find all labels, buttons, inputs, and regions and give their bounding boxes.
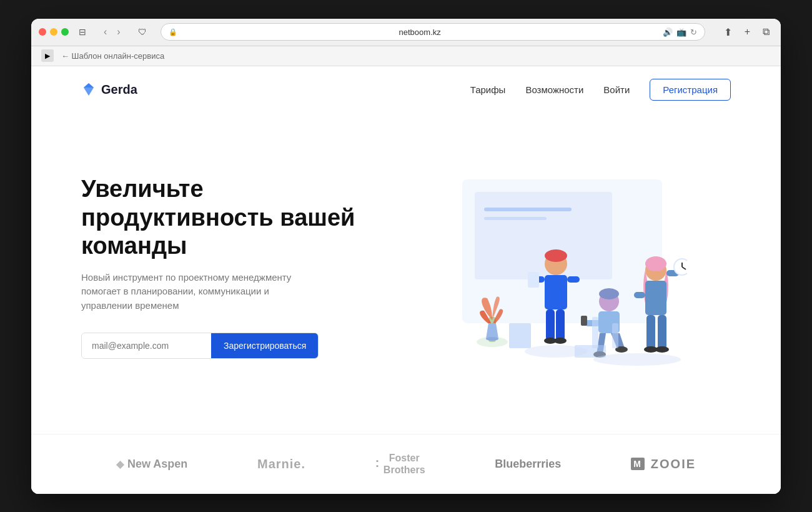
volume-icon: 🔊	[663, 28, 673, 37]
svg-rect-26	[645, 281, 666, 315]
lock-icon: 🔒	[169, 28, 177, 36]
forward-button[interactable]: ›	[113, 25, 124, 39]
svg-point-6	[486, 337, 498, 341]
partners-strip: ◆ New Aspen Marnie. ∶ FosterBrothers Blu…	[31, 434, 781, 493]
refresh-icon[interactable]: ↻	[690, 28, 697, 37]
nav-tariffs[interactable]: Тарифы	[470, 84, 506, 95]
traffic-lights	[39, 28, 69, 36]
nav-controls: ‹ ›	[100, 25, 124, 39]
navbar: Gerda Тарифы Возможности Войти Регистрац…	[31, 66, 781, 113]
nav-features[interactable]: Возможности	[525, 84, 583, 95]
address-bar[interactable]: 🔒 netboom.kz 🔊 📺 ↻	[161, 23, 705, 41]
svg-rect-1	[475, 192, 612, 279]
svg-point-16	[554, 338, 567, 344]
svg-point-42	[593, 353, 681, 366]
svg-rect-3	[484, 217, 547, 220]
hero-text: Увеличьте продуктивность вашей команды Н…	[81, 175, 356, 359]
zooie-icon: M	[631, 458, 645, 470]
new-tab-button[interactable]: +	[741, 25, 754, 39]
svg-rect-13	[546, 309, 555, 341]
svg-rect-21	[581, 316, 587, 326]
foster-label: FosterBrothers	[384, 452, 425, 476]
hero-form: Зарегистрироваться	[81, 333, 319, 359]
marnie-label: Marnie.	[257, 457, 305, 471]
logo[interactable]: Gerda	[81, 82, 137, 97]
tabs-overview-button[interactable]: ⧉	[759, 25, 773, 39]
new-aspen-icon: ◆	[116, 458, 124, 470]
browser-actions: ⬆ + ⧉	[720, 25, 773, 39]
close-button[interactable]	[39, 28, 46, 36]
nav-links: Тарифы Возможности Войти Регистрация	[470, 79, 731, 101]
svg-point-36	[655, 346, 669, 353]
partner-new-aspen: ◆ New Aspen	[116, 458, 187, 471]
svg-rect-37	[509, 323, 531, 348]
svg-point-18	[599, 288, 619, 299]
zooie-label: ZOOIE	[651, 457, 696, 471]
partner-foster: ∶ FosterBrothers	[375, 452, 425, 476]
blueberrries-label: Blueberrries	[495, 458, 561, 471]
logo-diamond-icon	[81, 82, 96, 97]
svg-rect-33	[646, 315, 655, 349]
email-input[interactable]	[82, 333, 211, 358]
shield-icon[interactable]: 🛡	[134, 26, 151, 38]
tab-label: ← Шаблон онлайн-сервиса	[61, 51, 164, 61]
hero-section: Увеличьте продуктивность вашей команды Н…	[31, 113, 781, 434]
svg-rect-39	[592, 317, 598, 348]
svg-point-8	[545, 249, 567, 262]
address-bar-icons: 🔊 📺 ↻	[663, 28, 697, 37]
hero-subtitle: Новый инструмент по проектному менеджмен…	[81, 271, 306, 313]
browser-tabbar: ▶ ← Шаблон онлайн-сервиса	[31, 46, 781, 66]
hero-illustration	[356, 154, 731, 379]
page-content: Gerda Тарифы Возможности Войти Регистрац…	[31, 66, 781, 494]
partner-zooie: M ZOOIE	[631, 457, 696, 471]
hero-title: Увеличьте продуктивность вашей команды	[81, 175, 356, 261]
nav-register-button[interactable]: Регистрация	[650, 79, 731, 101]
url-text: netboom.kz	[181, 28, 659, 37]
new-aspen-label: New Aspen	[127, 458, 187, 471]
logo-text: Gerda	[101, 83, 137, 97]
svg-rect-34	[658, 315, 666, 349]
maximize-button[interactable]	[61, 28, 69, 36]
svg-rect-11	[528, 272, 539, 288]
svg-rect-2	[484, 208, 572, 211]
svg-rect-40	[612, 323, 618, 348]
svg-point-41	[525, 345, 587, 358]
play-button[interactable]: ▶	[41, 49, 54, 62]
minimize-button[interactable]	[50, 28, 57, 36]
sidebar-toggle-button[interactable]: ⊟	[75, 26, 90, 38]
svg-rect-32	[634, 292, 645, 298]
back-button[interactable]: ‹	[100, 25, 111, 39]
hero-illustration-svg	[400, 161, 687, 373]
cast-icon: 📺	[676, 28, 686, 37]
browser-window: ⊟ ‹ › 🛡 🔒 netboom.kz 🔊 📺 ↻ ⬆ + ⧉ ▶ ← Шаб…	[31, 19, 781, 494]
svg-rect-14	[556, 309, 565, 341]
nav-login[interactable]: Войти	[603, 84, 630, 95]
partner-marnie: Marnie.	[257, 457, 305, 471]
browser-titlebar: ⊟ ‹ › 🛡 🔒 netboom.kz 🔊 📺 ↻ ⬆ + ⧉	[31, 19, 781, 46]
svg-rect-12	[567, 276, 580, 283]
register-cta-button[interactable]: Зарегистрироваться	[211, 333, 319, 358]
partner-blueberrries: Blueberrries	[495, 458, 561, 471]
share-button[interactable]: ⬆	[720, 25, 736, 39]
svg-rect-9	[545, 275, 567, 309]
svg-point-25	[645, 256, 666, 271]
foster-icon: ∶	[375, 458, 379, 470]
